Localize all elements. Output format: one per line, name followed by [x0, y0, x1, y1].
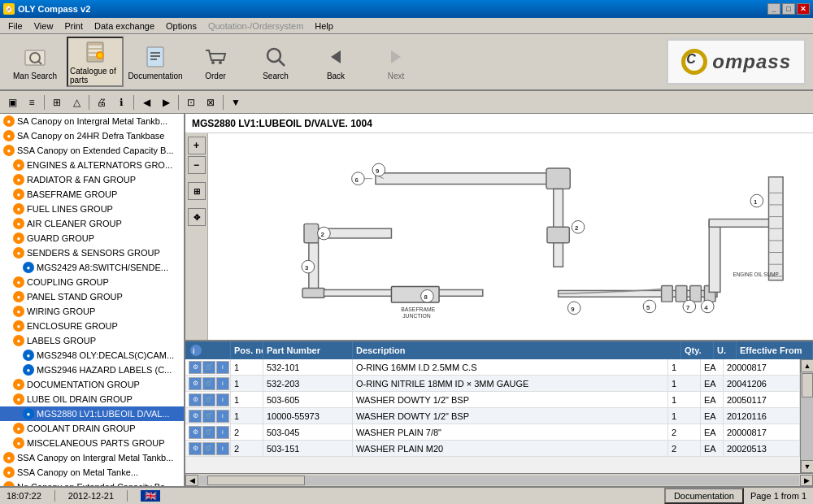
effective-4: 20120116	[724, 408, 800, 424]
info-icon-5[interactable]: i	[216, 426, 229, 439]
window-controls[interactable]: _ □ ✕	[767, 3, 810, 15]
vertical-scrollbar[interactable]: ▲ ▼	[800, 359, 813, 473]
scroll-track[interactable]	[801, 372, 813, 460]
fit-button[interactable]: ⊞	[188, 182, 206, 200]
info-icon-6[interactable]: i	[216, 442, 229, 455]
maximize-button[interactable]: □	[782, 3, 795, 15]
row-action-icons-5[interactable]: ⚙ 🛒 i	[189, 426, 229, 439]
settings-icon-2[interactable]: ⚙	[189, 377, 202, 390]
sec-btn-next[interactable]: ▶	[157, 93, 175, 111]
h-scroll-thumb[interactable]	[207, 476, 305, 485]
main-search-button[interactable]: Man Search	[7, 37, 63, 87]
tree-item-1[interactable]: ● SA Canopy on 24HR Defra Tankbase	[0, 128, 184, 143]
tree-item-13[interactable]: ● WIRING GROUP	[0, 304, 184, 319]
sec-btn-4[interactable]: △	[67, 93, 85, 111]
cart-icon-5[interactable]: 🛒	[202, 426, 215, 439]
tree-item-22[interactable]: ● MISCELANEOUS PARTS GROUP	[0, 436, 184, 450]
next-button[interactable]: Next	[367, 37, 424, 87]
tree-item-8[interactable]: ● GUARD GROUP	[0, 231, 184, 245]
settings-icon-4[interactable]: ⚙	[189, 410, 202, 423]
settings-icon[interactable]: ⚙	[189, 361, 202, 374]
scroll-thumb[interactable]	[802, 373, 813, 398]
tree-item-21[interactable]: ● COOLANT DRAIN GROUP	[0, 421, 184, 436]
cart-icon-6[interactable]: 🛒	[202, 442, 215, 455]
table-row: ⚙ 🛒 i 1 10000-55973 WASHER DOWTY 1/2" BS…	[185, 408, 800, 424]
sec-btn-3[interactable]: ⊞	[48, 93, 66, 111]
row-action-icons-3[interactable]: ⚙ 🛒 i	[189, 393, 229, 406]
tree-item-20[interactable]: ● MGS2880 LV1:LUBEOIL D/VAL...	[0, 406, 184, 421]
tree-item-12[interactable]: ● PANEL STAND GROUP	[0, 289, 184, 304]
minimize-button[interactable]: _	[767, 3, 780, 15]
row-action-icons-2[interactable]: ⚙ 🛒 i	[189, 377, 229, 390]
sec-btn-1[interactable]: ▣	[3, 93, 21, 111]
info-icon-1[interactable]: i	[216, 361, 229, 374]
sec-btn-8[interactable]: ⊠	[202, 93, 220, 111]
menu-data-exchange[interactable]: Data exchange	[89, 20, 159, 33]
settings-icon-6[interactable]: ⚙	[189, 442, 202, 455]
horizontal-scrollbar[interactable]: ◀ ▶	[185, 473, 813, 486]
tree-item-11[interactable]: ● COUPLING GROUP	[0, 275, 184, 289]
order-button[interactable]: Order	[187, 37, 244, 87]
cart-icon-3[interactable]: 🛒	[202, 393, 215, 406]
tree-item-14[interactable]: ● ENCLOSURE GROUP	[0, 319, 184, 333]
tree-item-18[interactable]: ● DOCUMENTATION GROUP	[0, 377, 184, 392]
tree-item-7[interactable]: ● AIR CLEANER GROUP	[0, 216, 184, 231]
zoom-out-button[interactable]: −	[188, 156, 206, 174]
row-action-icons-4[interactable]: ⚙ 🛒 i	[189, 410, 229, 423]
zoom-in-button[interactable]: +	[188, 137, 206, 154]
row-action-icons-6[interactable]: ⚙ 🛒 i	[189, 442, 229, 455]
sec-btn-2[interactable]: ≡	[23, 93, 41, 111]
settings-icon-3[interactable]: ⚙	[189, 393, 202, 406]
tree-item-24[interactable]: ● SSA Canopy on Metal Tanke...	[0, 465, 184, 480]
scroll-down-button[interactable]: ▼	[801, 460, 813, 473]
sec-btn-7[interactable]: ⊡	[182, 93, 200, 111]
scroll-left-button[interactable]: ◀	[185, 475, 198, 486]
menu-print[interactable]: Print	[59, 20, 88, 33]
tree-item-15[interactable]: ● LABELS GROUP	[0, 333, 184, 348]
tree-label-20: MGS2880 LV1:LUBEOIL D/VAL...	[37, 409, 170, 419]
scroll-right-button[interactable]: ▶	[800, 475, 813, 486]
description-5: WASHER PLAIN 7/8"	[353, 424, 668, 440]
tree-item-3[interactable]: ● ENGINES & ALTERNATORS GRO...	[0, 158, 184, 172]
menu-file[interactable]: File	[3, 20, 28, 33]
cart-icon-4[interactable]: 🛒	[202, 410, 215, 423]
search-button[interactable]: Search	[247, 37, 304, 87]
close-button[interactable]: ✕	[797, 3, 810, 15]
documentation-button[interactable]: Documentation	[127, 37, 184, 87]
catalogue-button[interactable]: Catalogue of parts	[67, 37, 124, 87]
scroll-up-button[interactable]: ▲	[801, 359, 813, 372]
tree-item-16[interactable]: ● MGS2948 OLY:DECALS(C)CAM...	[0, 348, 184, 363]
sec-btn-6[interactable]: ℹ	[112, 93, 130, 111]
tree-item-10[interactable]: ● MGS2429 A8:SWITCH/SENDE...	[0, 260, 184, 275]
tree-item-0[interactable]: ● SA Canopy on Intergral Metal Tankb...	[0, 114, 184, 128]
menu-quotation[interactable]: Quotation-/Ordersystem	[203, 20, 308, 33]
tree-item-4[interactable]: ● RADIATOR & FAN GROUP	[0, 172, 184, 187]
tree-item-9[interactable]: ● SENDERS & SENSORS GROUP	[0, 245, 184, 260]
tree-item-17[interactable]: ● MGS2946 HAZARD LABELS (C...	[0, 363, 184, 377]
menu-help[interactable]: Help	[310, 20, 338, 33]
tree-item-25[interactable]: ● No Canopy on Extended Capacity Ba...	[0, 480, 184, 486]
settings-icon-5[interactable]: ⚙	[189, 426, 202, 439]
menu-view[interactable]: View	[29, 20, 59, 33]
tree-item-19[interactable]: ● LUBE OIL DRAIN GROUP	[0, 392, 184, 406]
pan-button[interactable]: ✥	[188, 208, 206, 226]
tree-item-2[interactable]: ● SSA Canopy on Extended Capacity B...	[0, 143, 184, 158]
info-icon-2[interactable]: i	[216, 377, 229, 390]
next-icon	[383, 44, 409, 70]
sec-btn-filter[interactable]: ▼	[227, 93, 245, 111]
tree-item-23[interactable]: ● SSA Canopy on Intergral Metal Tankb...	[0, 450, 184, 465]
row-action-icons-1[interactable]: ⚙ 🛒 i	[189, 361, 229, 374]
back-button[interactable]: Back	[307, 37, 364, 87]
sec-btn-5[interactable]: 🖨	[93, 93, 111, 111]
menu-options[interactable]: Options	[161, 20, 202, 33]
sec-btn-prev[interactable]: ◀	[137, 93, 155, 111]
tree-item-5[interactable]: ● BASEFRAME GROUP	[0, 187, 184, 202]
cart-icon[interactable]: 🛒	[202, 361, 215, 374]
documentation-status-button[interactable]: Documentation	[664, 488, 744, 504]
h-scroll-track[interactable]	[199, 476, 799, 485]
info-icon-4[interactable]: i	[216, 410, 229, 423]
tree-item-6[interactable]: ● FUEL LINES GROUP	[0, 202, 184, 216]
info-icon-3[interactable]: i	[216, 393, 229, 406]
cart-icon-2[interactable]: 🛒	[202, 377, 215, 390]
tree-icon-6: ●	[13, 203, 24, 215]
